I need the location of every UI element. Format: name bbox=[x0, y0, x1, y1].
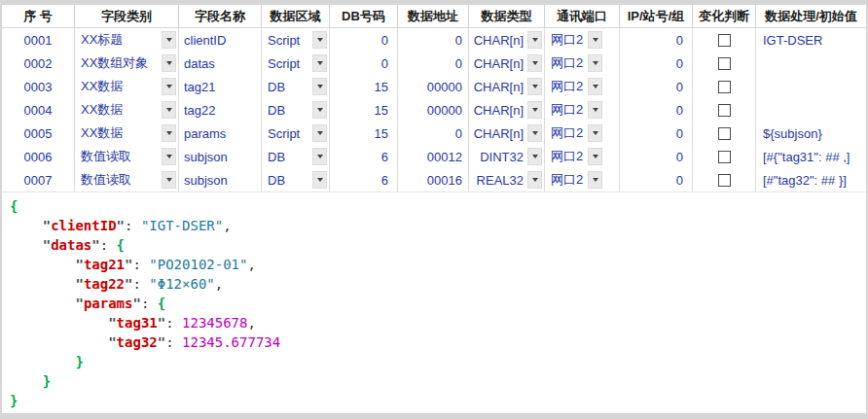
chevron-down-icon[interactable] bbox=[162, 101, 176, 119]
ip-station-group-cell[interactable]: 0 bbox=[620, 122, 693, 145]
chevron-down-icon[interactable] bbox=[527, 54, 542, 72]
chevron-down-icon[interactable] bbox=[312, 148, 327, 165]
chevron-down-icon[interactable] bbox=[588, 54, 602, 72]
data-address-cell[interactable]: 00000 bbox=[398, 75, 469, 98]
data-area-cell[interactable]: Script bbox=[262, 28, 330, 52]
chevron-down-icon[interactable] bbox=[588, 148, 602, 165]
comm-port-cell[interactable]: 网口2 bbox=[545, 75, 620, 98]
ip-station-group-cell[interactable]: 0 bbox=[620, 75, 693, 98]
data-area-cell[interactable]: Script bbox=[262, 52, 330, 75]
chevron-down-icon[interactable] bbox=[162, 171, 176, 189]
chevron-down-icon[interactable] bbox=[588, 31, 602, 49]
field-name-cell[interactable]: tag21 bbox=[179, 75, 262, 98]
change-detect-cell[interactable] bbox=[693, 75, 756, 98]
change-detect-checkbox[interactable] bbox=[718, 174, 731, 187]
change-detect-cell[interactable] bbox=[693, 122, 756, 145]
data-area-cell[interactable]: DB bbox=[262, 145, 330, 168]
change-detect-cell[interactable] bbox=[693, 28, 756, 52]
field-name-cell[interactable]: subjson bbox=[179, 145, 262, 168]
chevron-down-icon[interactable] bbox=[588, 171, 602, 189]
chevron-down-icon[interactable] bbox=[312, 101, 327, 119]
chevron-down-icon[interactable] bbox=[588, 124, 602, 142]
field-category-cell[interactable]: XX数组对象 bbox=[75, 52, 179, 75]
chevron-down-icon[interactable] bbox=[312, 31, 327, 49]
data-type-cell[interactable]: CHAR[n] bbox=[469, 28, 545, 52]
change-detect-cell[interactable] bbox=[693, 168, 756, 192]
data-type-cell[interactable]: CHAR[n] bbox=[469, 75, 545, 98]
chevron-down-icon[interactable] bbox=[312, 124, 327, 142]
chevron-down-icon[interactable] bbox=[588, 78, 602, 95]
chevron-down-icon[interactable] bbox=[162, 124, 176, 142]
change-detect-cell[interactable] bbox=[693, 145, 756, 168]
data-area-cell[interactable]: DB bbox=[262, 75, 330, 98]
change-detect-checkbox[interactable] bbox=[718, 151, 731, 163]
init-value-cell[interactable]: IGT-DSER bbox=[756, 28, 866, 52]
db-number-cell[interactable]: 6 bbox=[330, 168, 398, 192]
ip-station-group-cell[interactable]: 0 bbox=[620, 145, 693, 168]
comm-port-cell[interactable]: 网口2 bbox=[545, 145, 620, 168]
data-address-cell[interactable]: 00000 bbox=[398, 98, 469, 122]
field-name-cell[interactable]: datas bbox=[179, 52, 262, 75]
data-area-cell[interactable]: Script bbox=[262, 122, 330, 145]
field-name-cell[interactable]: subjson bbox=[179, 168, 262, 192]
data-area-cell[interactable]: DB bbox=[262, 98, 330, 122]
db-number-cell[interactable]: 15 bbox=[330, 122, 398, 145]
data-type-cell[interactable]: CHAR[n] bbox=[469, 52, 545, 75]
ip-station-group-cell[interactable]: 0 bbox=[620, 168, 693, 192]
chevron-down-icon[interactable] bbox=[527, 78, 542, 95]
chevron-down-icon[interactable] bbox=[527, 124, 542, 142]
chevron-down-icon[interactable] bbox=[527, 31, 542, 49]
field-category-cell[interactable]: 数值读取 bbox=[75, 145, 179, 168]
db-number-cell[interactable]: 6 bbox=[330, 145, 398, 168]
data-type-cell[interactable]: DINT32 bbox=[469, 145, 545, 168]
chevron-down-icon[interactable] bbox=[162, 148, 176, 165]
init-value-cell[interactable]: [#{"tag31": ## ,] bbox=[756, 145, 866, 168]
change-detect-checkbox[interactable] bbox=[718, 127, 731, 140]
comm-port-cell[interactable]: 网口2 bbox=[545, 52, 620, 75]
init-value-cell[interactable] bbox=[756, 52, 866, 75]
change-detect-checkbox[interactable] bbox=[718, 57, 731, 70]
data-address-cell[interactable]: 0 bbox=[398, 52, 469, 75]
init-value-cell[interactable] bbox=[756, 98, 866, 122]
change-detect-cell[interactable] bbox=[693, 52, 756, 75]
chevron-down-icon[interactable] bbox=[312, 54, 327, 72]
data-area-cell[interactable]: DB bbox=[262, 168, 330, 192]
chevron-down-icon[interactable] bbox=[527, 148, 542, 165]
chevron-down-icon[interactable] bbox=[588, 101, 602, 119]
change-detect-checkbox[interactable] bbox=[718, 81, 731, 93]
init-value-cell[interactable] bbox=[756, 75, 866, 98]
change-detect-checkbox[interactable] bbox=[718, 104, 731, 117]
chevron-down-icon[interactable] bbox=[527, 171, 542, 189]
comm-port-cell[interactable]: 网口2 bbox=[545, 122, 620, 145]
change-detect-checkbox[interactable] bbox=[718, 34, 731, 47]
data-address-cell[interactable]: 00012 bbox=[398, 145, 469, 168]
field-category-cell[interactable]: XX数据 bbox=[75, 122, 179, 145]
field-category-cell[interactable]: XX数据 bbox=[75, 75, 179, 98]
comm-port-cell[interactable]: 网口2 bbox=[545, 28, 620, 52]
ip-station-group-cell[interactable]: 0 bbox=[620, 28, 693, 52]
data-address-cell[interactable]: 0 bbox=[398, 28, 469, 52]
ip-station-group-cell[interactable]: 0 bbox=[620, 98, 693, 122]
field-category-cell[interactable]: XX标题 bbox=[75, 28, 179, 52]
chevron-down-icon[interactable] bbox=[527, 101, 542, 119]
data-type-cell[interactable]: CHAR[n] bbox=[469, 122, 545, 145]
field-category-cell[interactable]: XX数据 bbox=[75, 98, 179, 122]
chevron-down-icon[interactable] bbox=[162, 78, 176, 95]
data-type-cell[interactable]: CHAR[n] bbox=[469, 98, 545, 122]
db-number-cell[interactable]: 0 bbox=[330, 52, 398, 75]
data-address-cell[interactable]: 00016 bbox=[398, 168, 469, 192]
data-type-cell[interactable]: REAL32 bbox=[469, 168, 545, 192]
db-number-cell[interactable]: 15 bbox=[330, 98, 398, 122]
chevron-down-icon[interactable] bbox=[162, 54, 176, 72]
chevron-down-icon[interactable] bbox=[312, 171, 327, 189]
field-name-cell[interactable]: params bbox=[179, 122, 262, 145]
field-name-cell[interactable]: clientID bbox=[179, 28, 262, 52]
chevron-down-icon[interactable] bbox=[312, 78, 327, 95]
field-category-cell[interactable]: 数值读取 bbox=[75, 168, 179, 192]
db-number-cell[interactable]: 0 bbox=[330, 28, 398, 52]
ip-station-group-cell[interactable]: 0 bbox=[620, 52, 693, 75]
init-value-cell[interactable]: ${subjson} bbox=[756, 122, 866, 145]
change-detect-cell[interactable] bbox=[693, 98, 756, 122]
init-value-cell[interactable]: [#"tag32": ## }] bbox=[756, 168, 866, 192]
data-address-cell[interactable]: 0 bbox=[398, 122, 469, 145]
